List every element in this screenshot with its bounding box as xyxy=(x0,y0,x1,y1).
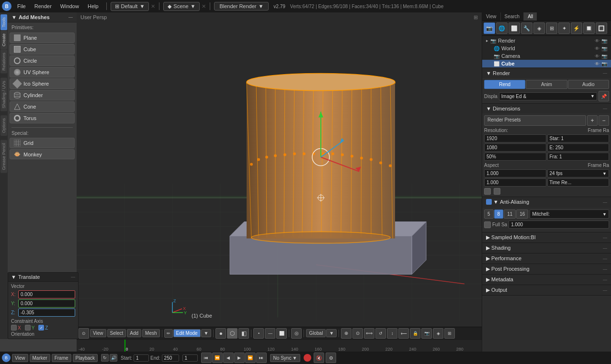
mirror-btn[interactable]: ⟺ xyxy=(364,328,374,339)
torus-button[interactable]: Torus xyxy=(10,113,75,123)
marker-btn[interactable]: Marker xyxy=(30,354,50,362)
aa-section-header[interactable]: ▼ Anti-Aliasing — xyxy=(482,197,611,208)
presets-add-btn[interactable]: + xyxy=(587,115,598,126)
scene-world-row[interactable]: 🌐 World 👁 📷 xyxy=(482,44,611,52)
translate-z-field[interactable]: -0.305 xyxy=(18,309,75,317)
particles-icon-tab[interactable]: ✦ xyxy=(558,22,570,34)
sample-16-btn[interactable]: 16 xyxy=(516,210,528,219)
view-btn[interactable]: View xyxy=(90,329,106,337)
texture-shading-btn[interactable]: ◧ xyxy=(238,328,249,339)
proportional-edit-btn[interactable]: ◎ xyxy=(291,328,302,339)
x-axis-toggle[interactable]: X xyxy=(11,325,21,331)
play-btn[interactable]: ▶ xyxy=(234,353,245,363)
plane-button[interactable]: Plane xyxy=(10,33,75,43)
camera-vis-icon[interactable]: 👁 xyxy=(595,54,600,59)
main-viewport[interactable]: User Persp ⊞ xyxy=(77,12,482,339)
icosphere-button[interactable]: Ico Sphere xyxy=(10,78,75,89)
rend-tab[interactable]: Rend xyxy=(484,80,525,89)
display-dropdown[interactable]: Image Ed & ▼ xyxy=(499,92,597,100)
edit-mode-btn[interactable]: Edit Mode xyxy=(173,329,201,337)
relations-tab[interactable]: Relations xyxy=(0,50,7,74)
sync-options-btn[interactable]: ⚙ xyxy=(326,353,336,363)
snap-btn[interactable]: ⊕ xyxy=(341,328,351,339)
cube-button[interactable]: Cube xyxy=(10,44,75,55)
anim-tab[interactable]: Anim xyxy=(526,80,567,89)
translate-x-field[interactable]: 0.000 xyxy=(18,290,75,298)
sampled-motion-header[interactable]: ▶ Sampled Motion:Bl — xyxy=(482,232,611,243)
y-axis-checkbox[interactable] xyxy=(25,325,31,331)
play-reverse-btn[interactable]: ◀ xyxy=(223,353,234,363)
output-section-header[interactable]: ▶ Output — xyxy=(482,285,611,295)
tools-tab[interactable]: Tools xyxy=(0,14,7,30)
fps-dropdown[interactable]: 24 fps ▼ xyxy=(547,169,610,177)
blender-logo[interactable]: B xyxy=(2,1,11,11)
options-tab[interactable]: Options xyxy=(0,115,7,136)
y-axis-toggle[interactable]: Y xyxy=(25,325,35,331)
full-sample-toggle[interactable] xyxy=(484,221,491,228)
scene-camera-row[interactable]: 📷 Camera 👁 📷 xyxy=(482,52,611,60)
shading-uvs-tab[interactable]: Shading / UVs xyxy=(0,78,7,111)
border-toggle[interactable] xyxy=(484,188,491,195)
grease-pencil-tab[interactable]: Grease Pencil xyxy=(0,140,7,173)
width-field[interactable]: 1920 xyxy=(484,134,546,143)
playback-btn[interactable]: Playback xyxy=(73,354,98,362)
metadata-section-header[interactable]: ▶ Metadata — xyxy=(482,275,611,285)
scene-render-row[interactable]: ▸ 📷 Render 👁 📷 xyxy=(482,37,611,44)
mode-dropdown[interactable]: ▼ xyxy=(201,329,212,337)
height-field[interactable]: 1080 xyxy=(484,143,546,152)
workspace-selector[interactable]: ⊞ Default ▼ xyxy=(111,2,149,11)
tool-icon-2[interactable]: ⟵ xyxy=(398,328,409,339)
cube-vis-icon[interactable]: 👁 xyxy=(595,61,600,66)
global-btn[interactable]: Global xyxy=(306,329,326,337)
circle-button[interactable]: Circle xyxy=(10,55,75,66)
snap-settings-btn[interactable]: ⊙ xyxy=(352,328,363,339)
translate-header[interactable]: ▼ Translate — xyxy=(8,273,78,282)
jump-to-start-btn[interactable]: ⏮ xyxy=(201,353,212,363)
help-menu[interactable]: Help xyxy=(84,2,102,10)
start-frame-input[interactable]: 1 xyxy=(134,354,149,362)
end-frame-field[interactable]: E: 250 xyxy=(547,143,610,152)
shading-section-header[interactable]: ▶ Shading — xyxy=(482,243,611,253)
blender-logo-bottom[interactable]: B xyxy=(2,353,11,362)
cone-button[interactable]: Cone xyxy=(10,101,75,112)
rp-search-btn[interactable]: Search xyxy=(501,12,524,21)
monkey-button[interactable]: 🐵 Monkey xyxy=(10,149,75,159)
world-vis-icon[interactable]: 👁 xyxy=(595,46,600,51)
tool-icon-3[interactable]: 🔒 xyxy=(410,328,420,339)
uvsphere-button[interactable]: UV Sphere xyxy=(10,67,75,77)
mesh-btn[interactable]: Mesh xyxy=(142,329,159,337)
cylinder-button[interactable]: Cylinder xyxy=(10,90,75,100)
presets-remove-btn[interactable]: − xyxy=(599,115,609,126)
sync-dropdown[interactable]: No Sync ▼ xyxy=(270,354,301,362)
frame-btn[interactable]: Frame xyxy=(52,354,71,362)
tool-icon-4[interactable]: 📷 xyxy=(421,328,432,339)
rp-all-btn[interactable]: All xyxy=(524,12,537,21)
mode-selector[interactable]: ✏ Edit Mode ▼ xyxy=(164,329,212,338)
grid-button[interactable]: Grid xyxy=(10,138,75,148)
create-tab[interactable]: Create xyxy=(0,31,7,49)
end-frame-input[interactable]: 250 xyxy=(162,354,179,362)
add-meshes-header[interactable]: ▼ Add Meshes — xyxy=(8,12,77,22)
time-re-field[interactable]: Time Re... xyxy=(547,178,610,187)
edge-select-btn[interactable]: — xyxy=(265,328,275,339)
global-dropdown[interactable]: ▼ xyxy=(326,329,337,337)
z-axis-toggle[interactable]: ✓ Z xyxy=(38,325,48,331)
world-render-icon[interactable]: 📷 xyxy=(601,46,607,51)
camera-render-icon[interactable]: 📷 xyxy=(601,54,607,59)
rp-view-btn[interactable]: View xyxy=(482,12,501,21)
jump-to-end-btn[interactable]: ⏭ xyxy=(256,353,267,363)
select-btn[interactable]: Select xyxy=(107,329,126,337)
render-render-icon[interactable]: 📷 xyxy=(601,38,607,44)
orientation-selector[interactable]: Global ▼ xyxy=(306,329,337,337)
loop-toggle[interactable]: ↻ 🔊 xyxy=(101,354,117,362)
tool-icon-6[interactable]: ⊞ xyxy=(444,328,455,339)
sample-11-btn[interactable]: 11 xyxy=(504,210,516,219)
dimensions-section-header[interactable]: ▼ Dimensions — xyxy=(482,104,611,113)
post-processing-header[interactable]: ▶ Post Processing — xyxy=(482,264,611,274)
filter-dropdown[interactable]: Mitchell: ▼ xyxy=(530,210,609,219)
solid-shading-btn[interactable]: ● xyxy=(215,328,226,339)
world-icon-tab[interactable]: 🌐 xyxy=(496,22,508,34)
window-menu[interactable]: Window xyxy=(57,2,83,10)
percent-field[interactable]: 50% xyxy=(484,153,546,161)
wire-shading-btn[interactable]: ⬡ xyxy=(227,328,238,339)
